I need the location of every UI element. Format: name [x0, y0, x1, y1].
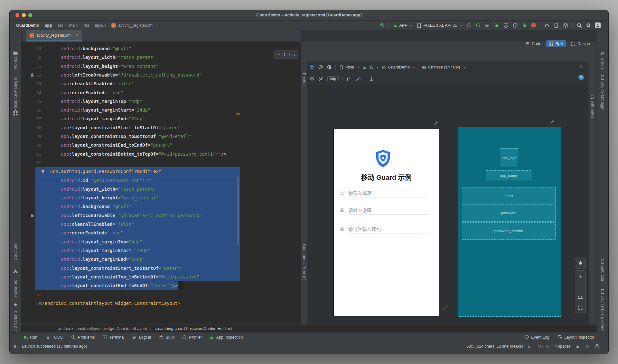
- stop-button[interactable]: [531, 23, 536, 27]
- code-line[interactable]: 57android:layout_marginEnd="24dp": [21, 114, 301, 123]
- rerun-button[interactable]: [522, 23, 527, 28]
- code-line[interactable]: 68app:leftIconDrawable="@drawable/ic_aut…: [21, 211, 301, 220]
- locale-dropdown[interactable]: Chinese (zh / CN): [422, 65, 465, 69]
- preview-input-field[interactable]: 请输入密码: [340, 207, 433, 216]
- line-number[interactable]: 51: [21, 62, 41, 71]
- design-warning-icon[interactable]: ⚠: [579, 64, 583, 69]
- preview-screen[interactable]: 移动 Guard 示例 请输入邮箱请输入密码请再次输入密码: [334, 129, 439, 316]
- line-ending[interactable]: LF: [528, 344, 533, 349]
- toolwindow-run[interactable]: Run: [23, 335, 37, 340]
- blueprint-component-password_confirm[interactable]: password_confirm: [462, 222, 556, 240]
- code-line[interactable]: 51android:layout_height="wrap_content": [21, 62, 301, 71]
- sad-face-icon[interactable]: ☹: [595, 344, 599, 349]
- inspections-widget[interactable]: ⚠ 1 ∧ ∨: [274, 50, 298, 59]
- line-number[interactable]: 57: [21, 114, 41, 123]
- search-everywhere-icon[interactable]: [577, 23, 582, 28]
- zoom-fit-button[interactable]: [576, 303, 585, 313]
- default-margins-dropdown[interactable]: 0dp: [327, 76, 339, 81]
- line-number[interactable]: 49: [21, 44, 41, 53]
- design-canvas[interactable]: 移动 Guard 示例 请输入邮箱请输入密码请再次输入密码 app_logoap…: [307, 84, 589, 324]
- indent-setting[interactable]: 4 spaces: [555, 344, 571, 349]
- title-bar[interactable]: GuardDemo – activity_register.xml [Guard…: [10, 10, 608, 21]
- next-warning-icon[interactable]: ∨: [293, 53, 295, 57]
- toolwindow-todo[interactable]: TODO: [45, 335, 63, 340]
- breadcrumb-main[interactable]: main: [69, 23, 78, 28]
- code-line[interactable]: 77: [21, 290, 301, 299]
- breadcrumb-passwordconfirm[interactable]: cn.authing.guard.PasswordConfirmEditText: [155, 326, 232, 331]
- code-line[interactable]: 61∧app:layout_constraintBottom_toTopOf="…: [21, 150, 301, 159]
- breadcrumb-src[interactable]: src: [58, 23, 63, 28]
- profile-button[interactable]: [513, 23, 518, 28]
- line-number[interactable]: 53: [21, 79, 41, 88]
- happy-face-icon[interactable]: ☺: [585, 344, 589, 349]
- code-line[interactable]: 50android:layout_width="match_parent": [21, 53, 301, 62]
- mode-split[interactable]: Split: [546, 40, 566, 47]
- blueprint-screen[interactable]: app_logoapp_nameemailpasswordpassword_co…: [458, 127, 561, 317]
- help-icon[interactable]: ?: [578, 75, 584, 80]
- code-line[interactable]: 72android:layout_marginStart="24dp": [21, 246, 301, 255]
- sidebar-item-structure[interactable]: Structure: [13, 243, 18, 260]
- sidebar-item-device-manager[interactable]: Device Manager: [600, 81, 605, 111]
- debug-button[interactable]: [494, 23, 499, 28]
- code-line[interactable]: 53app:clearAllEnabled="false": [21, 79, 301, 88]
- orientation-icon[interactable]: [318, 65, 323, 70]
- pan-tool-button[interactable]: [575, 258, 586, 268]
- sidebar-item-device-file-explorer[interactable]: Device File Explorer: [600, 296, 605, 332]
- code-line[interactable]: 54app:errorEnabled="true": [21, 88, 301, 97]
- code-line[interactable]: 69app:clearAllEnabled="false": [21, 220, 301, 229]
- code-line[interactable]: 71android:layout_marginTop="4dp": [21, 238, 301, 246]
- component-tree-tab[interactable]: Component Tree: [302, 244, 306, 274]
- sidebar-item-build-variants[interactable]: Build Variants: [13, 310, 18, 335]
- toolwindow-logcat[interactable]: Logcat: [132, 335, 151, 340]
- sidebar-item-gradle[interactable]: Gradle: [600, 58, 605, 70]
- toolwindow-profiler[interactable]: Profiler: [182, 335, 202, 340]
- line-number[interactable]: 62: [21, 159, 41, 167]
- blueprint-component-password[interactable]: password: [462, 204, 556, 222]
- device-dropdown[interactable]: PIXEL 3 XL API 31: [417, 23, 462, 28]
- gradle-sync-icon[interactable]: [544, 23, 549, 28]
- fold-marker[interactable]: ∧: [35, 150, 38, 159]
- code-line[interactable]: 60app:layout_constraintEnd_toEndOf="pare…: [21, 141, 301, 150]
- zoom-actual-button[interactable]: 1:1: [576, 293, 585, 302]
- run-configuration-dropdown[interactable]: APP: [393, 23, 412, 28]
- wrench-icon[interactable]: [549, 119, 554, 124]
- device-manager-icon[interactable]: [554, 23, 559, 28]
- code-line[interactable]: 64android:id="@+id/password_confirm": [21, 176, 301, 185]
- line-number[interactable]: 58: [21, 123, 41, 132]
- read-write-lock-icon[interactable]: [576, 344, 580, 348]
- line-number[interactable]: 56: [21, 106, 41, 114]
- preview-device-dropdown[interactable]: Pixel: [339, 65, 359, 69]
- code-line[interactable]: 66android:layout_height="wrap_content": [21, 194, 301, 202]
- sidebar-item-resource-manager[interactable]: Resource Manager: [13, 77, 18, 111]
- line-number[interactable]: 61: [21, 150, 41, 159]
- breadcrumb-app[interactable]: app: [45, 23, 52, 28]
- zoom-in-button[interactable]: +: [576, 272, 585, 282]
- sidebar-item-favorites[interactable]: Favorites: [13, 280, 18, 297]
- mode-design[interactable]: Design: [568, 40, 593, 47]
- code-line[interactable]: 76∧app:layout_constraintEnd_toEndOf="par…: [21, 281, 301, 290]
- breadcrumb-file[interactable]: activity_register.xml: [118, 23, 153, 28]
- preview-input-field[interactable]: 请输入邮箱: [340, 189, 433, 199]
- line-number[interactable]: 55: [21, 97, 41, 106]
- api-level-dropdown[interactable]: 32: [362, 65, 378, 69]
- blueprint-component-email[interactable]: email: [462, 187, 556, 205]
- wrench-icon[interactable]: [434, 121, 438, 126]
- line-number[interactable]: 60: [21, 141, 41, 150]
- toolwindow-layout-inspector[interactable]: Layout Inspector: [558, 335, 594, 340]
- theme-dropdown[interactable]: GuardDemo: [382, 65, 415, 69]
- breadcrumb-layout[interactable]: layout: [95, 23, 106, 28]
- code-line[interactable]: 55android:layout_marginTop="4dp": [21, 97, 301, 106]
- run-button[interactable]: [466, 23, 471, 28]
- line-number[interactable]: 50: [21, 53, 41, 62]
- night-mode-icon[interactable]: [327, 65, 332, 70]
- line-number[interactable]: 54: [21, 88, 41, 97]
- line-number[interactable]: 78: [21, 299, 41, 308]
- code-line[interactable]: 58app:layout_constraintStart_toStartOf="…: [21, 123, 301, 132]
- clear-constraints-icon[interactable]: [347, 76, 352, 81]
- file-encoding[interactable]: UTF-8: [538, 344, 549, 349]
- intention-bulb-icon[interactable]: [41, 169, 45, 174]
- build-hammer-icon[interactable]: [379, 23, 384, 28]
- design-surface-icon[interactable]: [309, 65, 314, 70]
- toolwindow-event-log[interactable]: Event Log: [524, 335, 549, 340]
- blueprint-component-app_name[interactable]: app_name: [486, 170, 531, 180]
